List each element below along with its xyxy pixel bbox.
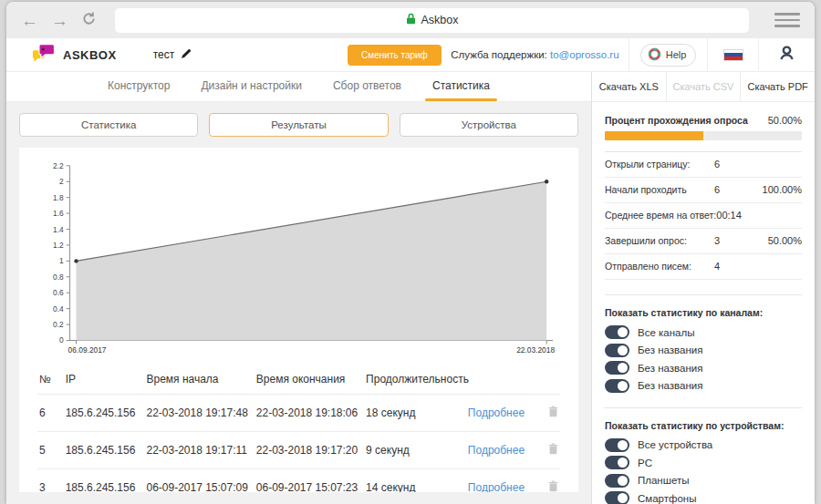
- sidebar: Скачать XLSСкачать CSVСкачать PDF Процен…: [591, 72, 815, 504]
- toggle-row: Планшеты: [605, 474, 802, 488]
- askbox-logo[interactable]: ASKBOX: [6, 43, 126, 67]
- forward-arrow-icon[interactable]: →: [51, 12, 68, 29]
- cell-duration: 18 секунд: [364, 395, 466, 432]
- help-label: Help: [666, 49, 687, 60]
- svg-text:2.2: 2.2: [53, 161, 64, 170]
- cell-details: Подробнее: [466, 469, 536, 492]
- cell-start: 22-03-2018 19:17:11: [144, 432, 254, 469]
- toggle-row: Без названия: [605, 379, 802, 393]
- results-chart: 00.20.40.60.811.21.41.61.822.206.09.2017…: [37, 155, 560, 356]
- refresh-icon[interactable]: [81, 11, 97, 29]
- download-button[interactable]: Скачать CSV: [666, 72, 741, 101]
- toggle-switch[interactable]: [605, 491, 629, 504]
- details-link[interactable]: Подробнее: [468, 406, 525, 419]
- trash-icon[interactable]: [548, 480, 558, 492]
- toggle-row: Без названия: [605, 344, 802, 357]
- toggle-switch[interactable]: [605, 325, 629, 339]
- section-title: Показать статистику по устройствам:: [605, 420, 802, 431]
- trash-icon[interactable]: [548, 443, 558, 458]
- menu-icon[interactable]: [774, 13, 800, 27]
- tab-сбор-ответов[interactable]: Сбор ответов: [331, 79, 403, 101]
- trash-icon[interactable]: [548, 406, 558, 420]
- app-header: ASKBOX тест Сменить тариф Служба поддерж…: [6, 38, 815, 72]
- toggle-label: Планшеты: [638, 475, 690, 486]
- table-header-cell: №: [37, 364, 64, 395]
- user-account-button[interactable]: [758, 38, 815, 71]
- toggle-switch[interactable]: [605, 456, 629, 469]
- cell-end: 22-03-2018 19:18:06: [255, 395, 364, 432]
- stat-value: 6: [714, 159, 756, 170]
- stat-row: Открыли страницу:6: [605, 152, 802, 178]
- stat-label: Среднее время на ответ:: [605, 210, 716, 221]
- stat-value: 4: [714, 261, 756, 272]
- download-buttons: Скачать XLSСкачать CSVСкачать PDF: [592, 72, 815, 102]
- toggle-row: Без названия: [605, 361, 802, 375]
- table-header-cell: Продолжительность: [364, 364, 466, 395]
- svg-text:0.6: 0.6: [53, 288, 64, 297]
- cell-details: Подробнее: [466, 432, 536, 469]
- details-link[interactable]: Подробнее: [468, 444, 525, 457]
- svg-text:1.6: 1.6: [53, 209, 64, 218]
- support-text: Служба поддержки: to@oprosso.ru: [442, 49, 629, 60]
- stat-percent: 100.00%: [756, 184, 802, 195]
- toggle-switch[interactable]: [605, 474, 629, 488]
- toggle-switch[interactable]: [605, 379, 629, 393]
- change-plan-button[interactable]: Сменить тариф: [348, 45, 442, 66]
- svg-text:06.09.2017: 06.09.2017: [68, 345, 107, 355]
- statistics-main: СтатистикаРезультатыУстройства 00.20.40.…: [6, 102, 591, 504]
- table-row: 5185.6.245.15622-03-2018 19:17:1122-03-2…: [37, 432, 560, 469]
- stat-label: Начали проходить: [605, 184, 714, 195]
- browser-window: ← → Askbox ASKBOX тест: [6, 2, 815, 504]
- toggle-knob: [618, 458, 628, 468]
- tab-статистика[interactable]: Статистика: [431, 79, 492, 101]
- stat-value: 6: [714, 184, 756, 195]
- russian-flag-icon: [723, 49, 743, 61]
- address-bar[interactable]: Askbox: [115, 8, 749, 33]
- tab-конструктор[interactable]: Конструктор: [106, 79, 171, 101]
- help-button[interactable]: Help: [629, 38, 707, 71]
- toggle-knob: [618, 440, 628, 450]
- svg-text:2: 2: [59, 177, 64, 186]
- support-email-link[interactable]: to@oprosso.ru: [550, 49, 619, 60]
- cell-end: 06-09-2017 15:07:23: [255, 469, 364, 492]
- toggle-knob: [618, 363, 628, 373]
- cell-start: 22-03-2018 19:17:48: [144, 395, 254, 432]
- svg-text:0: 0: [59, 335, 64, 345]
- cell-duration: 9 секунд: [364, 432, 466, 469]
- svg-text:1.4: 1.4: [53, 225, 64, 234]
- table-header-cell: IP: [64, 364, 145, 395]
- stat-row: Завершили опрос:350.00%: [605, 229, 802, 254]
- cell-ip: 185.6.245.156: [64, 432, 145, 469]
- language-flag-button[interactable]: [707, 38, 758, 71]
- edit-pencil-icon[interactable]: [181, 48, 192, 62]
- cell-num: 6: [37, 395, 64, 432]
- table-header-spacer: [466, 364, 536, 395]
- toggle-row: Смартфоны: [605, 491, 802, 504]
- download-button[interactable]: Скачать XLS: [592, 72, 666, 101]
- toggle-switch[interactable]: [605, 344, 629, 357]
- cell-actions: [536, 395, 560, 432]
- details-link[interactable]: Подробнее: [468, 481, 525, 492]
- stat-label: Завершили опрос:: [605, 235, 714, 246]
- toggle-switch[interactable]: [605, 361, 629, 375]
- nav-tabs: КонструкторДизайн и настройкиСбор ответо…: [6, 72, 591, 102]
- toggle-knob: [618, 345, 628, 355]
- table-header-row: №IPВремя началаВремя окончанияПродолжите…: [37, 364, 560, 395]
- view-tab-button[interactable]: Устройства: [400, 113, 578, 137]
- view-tab-button[interactable]: Статистика: [19, 113, 198, 137]
- view-tab-button[interactable]: Результаты: [209, 113, 388, 137]
- download-button[interactable]: Скачать PDF: [740, 72, 815, 101]
- survey-name: тест: [153, 48, 175, 61]
- stat-row: Начали проходить6100.00%: [605, 178, 802, 203]
- toggle-label: Смартфоны: [638, 493, 697, 504]
- toggle-row: Все устройства: [605, 438, 802, 452]
- back-arrow-icon[interactable]: ←: [21, 12, 38, 29]
- table-header-cell: Время окончания: [255, 364, 364, 395]
- view-tabs: СтатистикаРезультатыУстройства: [19, 113, 578, 137]
- cell-ip: 185.6.245.156: [64, 469, 145, 492]
- toggle-switch[interactable]: [605, 438, 629, 452]
- toggle-knob: [618, 381, 628, 391]
- browser-chrome: ← → Askbox: [6, 2, 815, 38]
- stat-percent: 50.00%: [756, 235, 802, 246]
- tab-дизайн-и-настройки[interactable]: Дизайн и настройки: [199, 79, 304, 101]
